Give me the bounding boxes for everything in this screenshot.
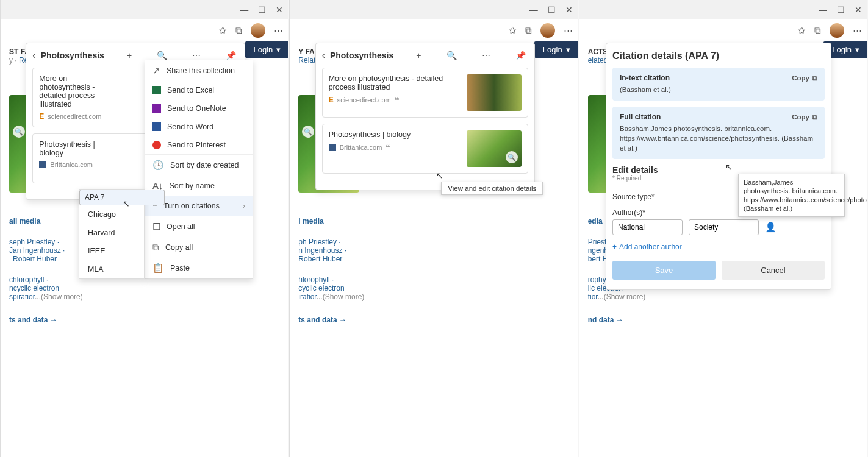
panel-title: Photosynthesis	[41, 51, 104, 60]
maximize-button[interactable]: ☐	[258, 5, 266, 15]
menu-pinterest[interactable]: Send to Pinterest	[145, 136, 253, 154]
close-button[interactable]: ✕	[276, 5, 283, 15]
style-chicago[interactable]: Chicago	[79, 205, 144, 224]
citation-details-panel: Citation details (APA 7) In-text citatio…	[606, 43, 831, 290]
citation-icon[interactable]: ❝	[395, 95, 400, 105]
author-first-input[interactable]	[612, 219, 683, 235]
intext-citation: In-text citationCopy ⧉ (Bassham et al.)	[612, 68, 825, 101]
card-2[interactable]: Photosynthesis | biology Brittanica.com❝…	[322, 124, 528, 174]
profile-avatar[interactable]	[251, 23, 265, 38]
card-1[interactable]: More on photosynthesis - detailed proces…	[322, 68, 528, 118]
menu-paste[interactable]: 📋Paste	[145, 258, 253, 278]
browser-toolbar: ✩ ⧉ ⋯	[1, 19, 288, 41]
citation-submenu: APA 7 Chicago Harvard IEEE MLA	[79, 189, 145, 279]
favorite-icon[interactable]: ✩	[219, 25, 227, 36]
minimize-button[interactable]: —	[240, 5, 248, 15]
frame-2: → —☐✕ ✩⧉⋯ Login▾ Y FACTS Related Co 🔍 I …	[289, 0, 577, 457]
citation-heading: Citation details (APA 7)	[612, 51, 825, 62]
add-author-link[interactable]: +Add another author	[612, 243, 825, 251]
style-mla[interactable]: MLA	[79, 260, 144, 278]
cancel-button[interactable]: Cancel	[722, 261, 825, 280]
back-icon[interactable]: ‹	[32, 50, 35, 61]
cursor-icon: ↖	[725, 162, 733, 172]
style-ieee[interactable]: IEEE	[79, 242, 144, 260]
menu-copyall[interactable]: ⧉Copy all	[145, 237, 253, 258]
collections-icon[interactable]: ⧉	[235, 25, 242, 36]
style-apa7[interactable]: APA 7	[79, 190, 165, 205]
person-icon[interactable]: 👤	[765, 222, 777, 233]
menu-excel[interactable]: Send to Excel	[145, 81, 253, 99]
save-button[interactable]: Save	[612, 261, 716, 280]
add-icon[interactable]: +	[124, 48, 134, 63]
citation-tooltip: Bassham,James photosynthesis. britannica…	[738, 174, 845, 217]
menu-openall[interactable]: ☐Open all	[145, 216, 253, 237]
cursor-icon: ↖	[123, 199, 130, 208]
window-titlebar: — ☐ ✕	[1, 0, 288, 19]
citation-icon[interactable]: ❝	[386, 143, 390, 152]
more-icon[interactable]: ⋯	[274, 25, 283, 36]
style-harvard[interactable]: Harvard	[79, 224, 144, 242]
author-last-input[interactable]	[689, 219, 759, 235]
full-citation: Full citationCopy ⧉ Bassham,James photos…	[612, 107, 825, 159]
collections-panel: ‹ Photosynthesis + 🔍 ⋯ 📌 More on photosy…	[315, 43, 535, 190]
copy-full-button[interactable]: Copy ⧉	[792, 113, 817, 121]
menu-share[interactable]: ↗Share this collection	[145, 60, 253, 81]
menu-onenote[interactable]: Send to OneNote	[145, 99, 253, 118]
tooltip-citation: View and edit citation details	[441, 182, 543, 195]
cursor-icon: ↖	[436, 171, 443, 180]
source-type-label: Source type*	[612, 193, 733, 201]
copy-intext-button[interactable]: Copy ⧉	[792, 74, 817, 82]
frame-1: — ☐ ✕ ✩ ⧉ ⋯ Login▾ ST FACTS y · Related …	[0, 0, 288, 457]
menu-word[interactable]: Send to Word	[145, 118, 253, 136]
frame-3: → —☐✕ ✩⧉⋯ Login▾ ACTS elated Co edia Pri…	[579, 0, 867, 457]
context-menu: ↗Share this collection Send to Excel Sen…	[145, 60, 253, 279]
menu-sort-date[interactable]: 🕓Sort by date created	[145, 155, 253, 175]
